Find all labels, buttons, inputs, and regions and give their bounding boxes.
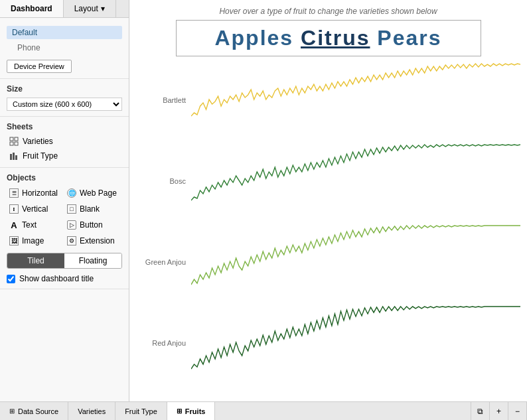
chart-title-banner: Apples Citrus Pears [176, 20, 481, 56]
object-extension[interactable]: ⚙ Extension [64, 234, 122, 247]
vertical-icon: ⫿ [9, 204, 19, 214]
row-label-bartlett: Bartlett [136, 63, 186, 104]
chart-area: Hover over a type of fruit to change the… [129, 0, 527, 401]
sidebar: Dashboard Layout ▾ Default Phone Device … [0, 0, 129, 401]
text-icon: A [9, 220, 19, 230]
image-icon: 🖼 [9, 236, 19, 245]
size-row: Custom size (600 x 600) [7, 98, 122, 111]
add-tab-button[interactable]: + [490, 402, 508, 421]
bottom-tab-bar: ⊞ Data Source Varieties Fruit Type ⊞ Fru… [0, 401, 527, 420]
chart-rows: Bartlett Bosc [136, 63, 520, 385]
tiled-floating-toggle: Tiled Floating [7, 253, 122, 269]
sparkline-bosc [191, 144, 520, 217]
object-text[interactable]: A Text [7, 218, 64, 232]
svg-rect-0 [10, 137, 13, 141]
device-default[interactable]: Default [7, 26, 122, 39]
device-phone[interactable]: Phone [7, 41, 122, 54]
row-label-bosc: Bosc [136, 144, 186, 185]
chart-row-bartlett: Bartlett [136, 63, 520, 143]
tab-fruit-type[interactable]: Fruit Type [115, 402, 167, 420]
size-section: Size Custom size (600 x 600) [0, 79, 129, 117]
remove-tab-button[interactable]: − [508, 402, 527, 421]
size-select[interactable]: Custom size (600 x 600) [7, 98, 122, 111]
svg-rect-6 [15, 155, 17, 160]
device-list: Default Phone [7, 23, 122, 57]
objects-grid: ☰ Horizontal 🌐 Web Page ⫿ Vertical □ Bla… [7, 186, 122, 247]
row-label-red-anjou: Red Anjou [136, 306, 186, 347]
show-title-row[interactable]: Show dashboard title [7, 274, 122, 283]
device-section: Default Phone Device Preview [0, 18, 129, 79]
row-label-green-anjou: Green Anjou [136, 225, 186, 266]
svg-rect-5 [13, 153, 15, 160]
svg-rect-1 [15, 137, 18, 141]
fruit-title: Apples Citrus Pears [190, 26, 467, 50]
chart-row-bosc: Bosc [136, 144, 520, 224]
sheets-list: Varieties Fruit Type [7, 135, 122, 162]
grid-icon: ⊞ [177, 407, 182, 415]
sidebar-tabs: Dashboard Layout ▾ [0, 0, 129, 18]
tab-fruits[interactable]: ⊞ Fruits [167, 402, 216, 420]
size-title: Size [7, 84, 122, 94]
fruit-pears-label: Pears [377, 26, 441, 50]
chevron-down-icon: ▾ [101, 4, 105, 13]
button-icon: ▷ [67, 220, 76, 230]
sheet-bar-icon [9, 151, 19, 161]
sheet-item-fruit-type[interactable]: Fruit Type [7, 150, 122, 162]
globe-icon: 🌐 [67, 188, 76, 198]
main-content: Hover over a type of fruit to change the… [129, 0, 527, 401]
sheets-section: Sheets Varieties [0, 117, 129, 168]
blank-icon: □ [67, 204, 76, 214]
show-title-label: Show dashboard title [19, 274, 94, 283]
chart-row-red-anjou: Red Anjou [136, 306, 520, 385]
fruit-apples-label: Apples [214, 26, 293, 50]
object-button[interactable]: ▷ Button [64, 218, 122, 232]
object-image[interactable]: 🖼 Image [7, 234, 64, 247]
svg-rect-3 [15, 142, 18, 145]
tab-varieties[interactable]: Varieties [68, 402, 115, 420]
chart-row-green-anjou: Green Anjou [136, 225, 520, 305]
show-title-checkbox[interactable] [7, 275, 15, 283]
object-webpage[interactable]: 🌐 Web Page [64, 186, 122, 200]
sparkline-red-anjou [191, 306, 520, 379]
hover-hint: Hover over a type of fruit to change the… [136, 7, 520, 16]
object-blank[interactable]: □ Blank [64, 202, 122, 216]
tab-layout[interactable]: Layout ▾ [64, 0, 116, 17]
object-vertical[interactable]: ⫿ Vertical [7, 202, 64, 216]
sparkline-green-anjou [191, 225, 520, 298]
floating-button[interactable]: Floating [64, 253, 121, 268]
objects-title: Objects [7, 173, 122, 182]
horizontal-icon: ☰ [9, 188, 19, 198]
tab-data-source[interactable]: ⊞ Data Source [0, 402, 68, 420]
objects-section: Objects ☰ Horizontal 🌐 Web Page ⫿ Vertic… [0, 168, 129, 289]
tiled-button[interactable]: Tiled [7, 253, 64, 268]
svg-rect-4 [10, 154, 12, 160]
sheet-grid-icon [9, 137, 19, 146]
device-preview-button[interactable]: Device Preview [7, 60, 72, 73]
svg-rect-2 [10, 142, 13, 145]
object-horizontal[interactable]: ☰ Horizontal [7, 186, 64, 200]
db-icon: ⊞ [9, 407, 15, 415]
duplicate-tab-button[interactable]: ⧉ [471, 402, 490, 421]
fruit-citrus-label: Citrus [301, 26, 370, 50]
sheet-item-varieties[interactable]: Varieties [7, 135, 122, 147]
tab-dashboard[interactable]: Dashboard [0, 0, 64, 17]
bottom-tab-actions: ⧉ + − [471, 402, 527, 420]
sheets-title: Sheets [7, 122, 122, 131]
extension-icon: ⚙ [67, 236, 76, 245]
main-layout: Dashboard Layout ▾ Default Phone Device … [0, 0, 527, 401]
sparkline-bartlett [191, 63, 520, 136]
